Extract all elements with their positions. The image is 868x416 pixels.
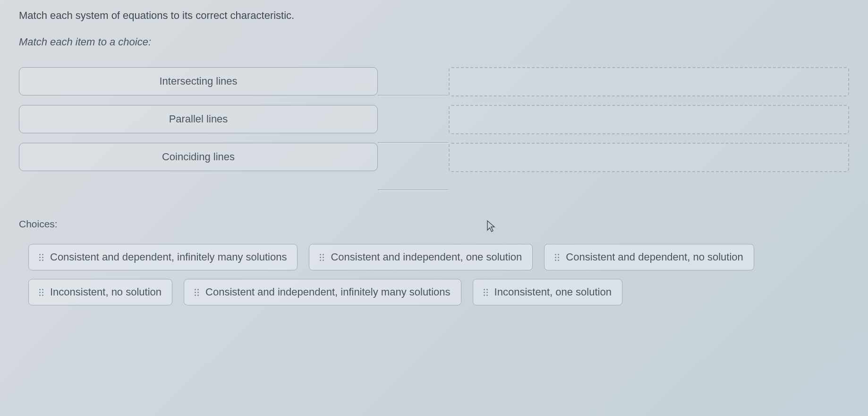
choices-area: Consistent and dependent, infinitely man… [19,239,849,310]
match-item[interactable]: Parallel lines [19,105,378,133]
drag-handle-icon [555,254,559,261]
match-item[interactable]: Coinciding lines [19,143,378,171]
connectors [378,67,449,204]
items-column: Intersecting lines Parallel lines Coinci… [19,67,378,204]
drag-handle-icon [39,254,43,261]
drag-handle-icon [195,289,199,296]
choice-chip[interactable]: Consistent and independent, one solution [309,244,533,270]
choice-label: Inconsistent, one solution [494,286,612,298]
drag-handle-icon [484,289,488,296]
question-text: Match each system of equations to its co… [19,9,849,22]
drag-handle-icon [39,289,43,296]
drop-zones-column [449,67,849,204]
choice-label: Consistent and dependent, infinitely man… [50,251,287,263]
choice-label: Inconsistent, no solution [50,286,162,298]
choices-label: Choices: [19,218,849,230]
instruction-text: Match each item to a choice: [19,36,849,48]
choice-chip[interactable]: Consistent and dependent, no solution [544,244,754,270]
choice-chip[interactable]: Inconsistent, no solution [28,279,172,305]
connector-line [378,95,449,96]
choice-label: Consistent and independent, infinitely m… [205,286,451,298]
connector-line [378,190,449,191]
drop-zone[interactable] [449,143,849,172]
drop-zone[interactable] [449,105,849,134]
connector-line [378,142,449,143]
choice-chip[interactable]: Consistent and dependent, infinitely man… [28,244,298,270]
drop-zone[interactable] [449,67,849,96]
match-area: Intersecting lines Parallel lines Coinci… [19,67,849,204]
choice-label: Consistent and dependent, no solution [566,251,743,263]
choice-label: Consistent and independent, one solution [331,251,522,263]
choice-chip[interactable]: Consistent and independent, infinitely m… [184,279,461,305]
drag-handle-icon [320,254,324,261]
choice-chip[interactable]: Inconsistent, one solution [473,279,622,305]
match-item[interactable]: Intersecting lines [19,67,378,95]
